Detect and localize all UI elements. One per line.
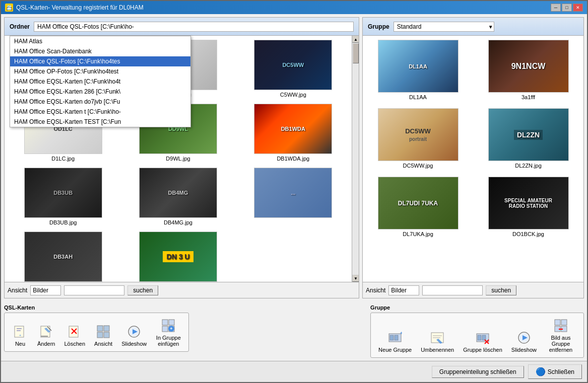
folder-dropdown: HAM Atlas HAM Office Scan-Datenbank HAM …	[10, 36, 191, 127]
dropdown-item-scan[interactable]: HAM Office Scan-Datenbank	[10, 46, 190, 56]
left-scrollbar[interactable]: ▲ ▼	[352, 36, 359, 282]
list-item[interactable]: DC5WWportrait DC5WW.jpg	[365, 106, 471, 171]
umbenennen-button[interactable]: Umbenennen	[418, 328, 456, 354]
neu-button[interactable]: + Neu	[10, 322, 31, 348]
view-icon	[95, 324, 111, 340]
dropdown-item-eqsl4[interactable]: HAM Office EQSL-Karten t [C:\Funk\ho-	[10, 107, 190, 117]
neue-gruppe-button[interactable]: + Neue Gruppe	[376, 328, 414, 354]
in-gruppe-button[interactable]: + In Gruppe einfügen	[153, 316, 183, 348]
list-item[interactable]: DC5WW C5WW.jpg	[237, 38, 350, 100]
search-btn-left[interactable]: suchen	[127, 285, 158, 295]
svg-rect-1	[17, 328, 22, 329]
minimize-button[interactable]: ─	[551, 4, 561, 12]
qsl-karten-group-wrapper: QSL-Karten + Neu	[4, 304, 189, 358]
folder-select[interactable]: HAM Office QSL-Fotos [C:\Funk\ho-	[34, 22, 354, 32]
list-item[interactable]: DB4MG DB4MG.jpg	[121, 166, 234, 227]
close-button[interactable]: ✕	[573, 4, 583, 12]
image-thumb-3a1fff: 9N1NCW	[488, 40, 569, 93]
aendern-button[interactable]: Ändern	[35, 322, 57, 348]
image-label-3a1fff: 3a1fff	[521, 94, 535, 100]
bild-entfernen-label: Bild aus Gruppe entfernen	[546, 335, 576, 353]
ansicht-select-left[interactable]: Bilder Liste Details	[30, 285, 61, 295]
svg-rect-40	[555, 320, 560, 325]
scroll-thumb[interactable]	[353, 43, 359, 63]
gruppeneinteilung-btn[interactable]: Gruppeneinteilung schließen	[432, 366, 524, 378]
scroll-up-btn[interactable]: ▲	[352, 36, 359, 43]
left-bottom-bar: Ansicht Bilder Liste Details suchen	[5, 282, 359, 298]
slideshow-left-button[interactable]: Slideshow	[119, 322, 149, 348]
ansicht-button[interactable]: Ansicht	[92, 322, 115, 348]
image-thumb-dl1aa: DL1AA	[378, 40, 459, 93]
svg-rect-18	[162, 320, 168, 325]
scroll-down-btn[interactable]: ▼	[352, 275, 359, 282]
list-item[interactable]: ...	[237, 166, 350, 227]
dropdown-item-eqsl1[interactable]: HAM Office EQSL-Karten [C:\Funk\ho4t	[10, 76, 190, 87]
gruppe-loeschen-button[interactable]: Gruppe löschen	[461, 328, 505, 354]
list-item[interactable]: 9N1NCW 3a1fff	[475, 38, 581, 102]
qsl-karten-group: + Neu Ändern	[4, 313, 189, 352]
delete-group-icon	[475, 330, 491, 346]
svg-rect-44	[559, 329, 563, 330]
remove-icon	[553, 318, 569, 334]
svg-rect-26	[395, 335, 398, 340]
search-input-right[interactable]	[422, 285, 483, 295]
list-item[interactable]: SPECIAL AMATEURRADIO STATION DO1BCK.jpg	[475, 175, 581, 239]
edit-icon	[38, 324, 54, 340]
gruppe-label: Gruppe	[368, 23, 389, 30]
image-label-db3ub: DB3UB.jpg	[49, 219, 77, 225]
svg-rect-12	[104, 326, 109, 331]
maximize-button[interactable]: □	[562, 4, 572, 12]
close-icon: 🔵	[536, 367, 546, 376]
ansicht-label-btn: Ansicht	[94, 341, 112, 347]
bild-entfernen-button[interactable]: Bild aus Gruppe entfernen	[543, 316, 578, 354]
image-label-d9wl: D9WL.jpg	[166, 156, 190, 162]
right-image-grid-inner: DL1AA DL1AA 9N1NCW 3a1fff	[363, 36, 583, 282]
ansicht-select-right[interactable]: Bilder Liste Details	[388, 285, 419, 295]
list-item[interactable]: DL2ZN DL2ZN.jpg	[475, 106, 581, 171]
slideshow-right-button[interactable]: Slideshow	[509, 328, 539, 354]
image-label-dl2zn: DL2ZN.jpg	[515, 163, 542, 169]
list-item[interactable]: DB3AH	[7, 229, 119, 282]
svg-rect-34	[482, 335, 486, 340]
image-thumb-db3ub: DB3UB	[24, 168, 102, 218]
window-title: QSL-Karten- Verwaltung registriert für D…	[16, 4, 144, 11]
ansicht-container-right: Bilder Liste Details	[388, 285, 419, 295]
search-btn-right[interactable]: suchen	[486, 285, 516, 295]
list-item[interactable]: DL7UDI 7UKA DL7UKA.jpg	[365, 175, 471, 239]
right-image-grid: DL1AA DL1AA 9N1NCW 3a1fff	[365, 38, 581, 239]
image-thumb-dl2zn: DL2ZN	[488, 108, 569, 161]
svg-rect-41	[561, 320, 567, 325]
dropdown-item-atlas[interactable]: HAM Atlas	[10, 36, 190, 46]
folder-select-container: HAM Office QSL-Fotos [C:\Funk\ho-	[34, 22, 354, 32]
gruppe-select[interactable]: Standard DX Europa Asien	[394, 22, 494, 32]
right-panel: Gruppe Standard DX Europa Asien ▼	[362, 17, 584, 298]
slideshow-icon	[126, 324, 142, 340]
list-item[interactable]: DL1AA DL1AA	[365, 38, 471, 102]
loeschen-button[interactable]: Löschen	[61, 322, 88, 348]
svg-text:+: +	[170, 326, 173, 331]
list-item[interactable]: DN 3 U	[121, 229, 234, 282]
svg-text:+: +	[400, 331, 402, 336]
main-window: 📇 QSL-Karten- Verwaltung registriert für…	[0, 0, 588, 383]
umbenennen-label: Umbenennen	[421, 347, 454, 353]
search-input-left[interactable]	[64, 285, 124, 295]
dropdown-item-eqsl3[interactable]: HAM Office EQSL-Karten do7jvb [C:\Fu	[10, 97, 190, 107]
dropdown-item-eqsl5[interactable]: HAM Office EQSL-Karten TEST [C:\Fun	[10, 117, 190, 127]
dropdown-item-qsl[interactable]: HAM Office QSL-Fotos [C:\Funk\ho4tes	[10, 56, 190, 66]
svg-rect-11	[97, 326, 103, 331]
image-thumb-partial3: DN 3 U	[139, 232, 217, 282]
list-item[interactable]: DB3UB DB3UB.jpg	[7, 166, 119, 227]
ansicht-label-left: Ansicht	[8, 287, 27, 294]
aendern-label: Ändern	[37, 341, 55, 347]
schliessen-btn[interactable]: 🔵 Schließen	[528, 364, 582, 379]
list-item[interactable]: DB1WDA DB1WDA.jpg	[237, 102, 350, 164]
dropdown-item-op[interactable]: HAM Office OP-Fotos [C:\Funk\ho4test	[10, 66, 190, 76]
image-thumb-partial1: ...	[254, 168, 332, 218]
image-label-do1bck: DO1BCK.jpg	[512, 231, 544, 237]
image-thumb-dl7uka: DL7UDI 7UKA	[378, 177, 459, 229]
dropdown-item-eqsl2[interactable]: HAM Office EQSL-Karten 286 [C:\Funk\	[10, 87, 190, 97]
svg-text:+: +	[19, 333, 22, 338]
svg-rect-14	[104, 332, 109, 338]
rename-icon	[429, 330, 445, 346]
slideshow-right-label: Slideshow	[511, 347, 537, 353]
